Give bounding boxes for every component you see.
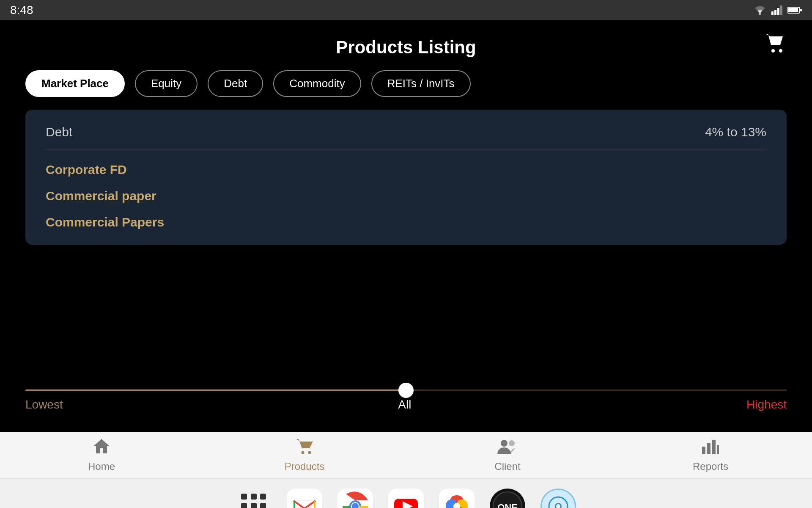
nav-client[interactable]: Client	[465, 438, 550, 472]
tab-marketplace[interactable]: Market Place	[25, 70, 125, 97]
svg-point-11	[308, 451, 311, 454]
slider-labels: Lowest All Highest	[25, 398, 787, 411]
status-icons	[754, 6, 802, 15]
gmail-icon	[292, 497, 317, 508]
one-icon: ONE	[492, 491, 523, 508]
slider-highest-label: Highest	[746, 398, 787, 411]
status-time: 8:48	[10, 3, 33, 17]
nav-products-label: Products	[285, 461, 325, 472]
nav-client-label: Client	[494, 461, 520, 472]
grid-dot	[241, 494, 247, 500]
app-grid-icon[interactable]	[236, 489, 272, 508]
app-gmail[interactable]	[287, 489, 322, 508]
svg-rect-20	[314, 501, 315, 508]
product-card: Debt 4% to 13% Corporate FD Commercial p…	[25, 110, 787, 245]
svg-rect-1	[771, 11, 774, 15]
app-dock: ONE	[0, 478, 812, 508]
product-corporate-fd[interactable]: Corporate FD	[46, 163, 766, 177]
svg-point-8	[771, 49, 775, 52]
photos-icon	[442, 491, 472, 508]
signal-icon	[771, 6, 782, 15]
svg-rect-16	[712, 440, 716, 454]
page-title-container: Products Listing	[25, 20, 787, 70]
svg-point-9	[779, 49, 782, 52]
slider-track-container[interactable]	[25, 389, 787, 391]
products-icon	[295, 438, 314, 458]
card-header: Debt 4% to 13%	[46, 125, 766, 150]
nav-products[interactable]: Products	[262, 438, 347, 472]
card-category: Debt	[46, 125, 72, 139]
slider-section: Lowest All Highest	[0, 377, 812, 432]
tab-commodity[interactable]: Commodity	[273, 70, 361, 97]
svg-text:ONE: ONE	[497, 502, 518, 508]
svg-point-12	[501, 440, 508, 447]
slider-all-label: All	[398, 398, 411, 411]
cart-icon	[765, 33, 787, 53]
svg-point-0	[759, 13, 761, 15]
svg-rect-7	[800, 9, 802, 11]
home-icon	[93, 438, 110, 458]
svg-rect-6	[788, 8, 798, 12]
chrome-icon	[340, 491, 370, 508]
app-chrome[interactable]	[337, 489, 373, 508]
product-commercial-paper[interactable]: Commercial paper	[46, 189, 766, 203]
status-bar: 8:48	[0, 0, 812, 20]
svg-rect-4	[780, 6, 782, 15]
youtube-icon	[391, 491, 421, 508]
tab-equity[interactable]: Equity	[135, 70, 198, 97]
app-youtube[interactable]	[388, 489, 424, 508]
app-one[interactable]: ONE	[490, 489, 525, 508]
svg-rect-15	[707, 443, 710, 454]
nav-home-label: Home	[88, 461, 115, 472]
slider-track	[25, 389, 787, 391]
slider-lowest-label: Lowest	[25, 398, 63, 411]
card-range: 4% to 13%	[705, 125, 766, 139]
grid-dot	[260, 503, 266, 508]
svg-point-13	[509, 440, 515, 446]
svg-point-10	[302, 451, 304, 454]
nav-reports[interactable]: Reports	[668, 438, 753, 472]
filter-tabs: Market Place Equity Debt Commodity REITs…	[25, 70, 787, 97]
bottom-nav: Home Products Client	[0, 432, 812, 478]
grid-dot	[260, 494, 266, 500]
wifi-icon	[754, 6, 766, 15]
nav-reports-label: Reports	[693, 461, 728, 472]
app-bubble-chat[interactable]	[540, 489, 576, 508]
grid-dot	[251, 494, 257, 500]
svg-rect-14	[702, 447, 705, 454]
client-icon	[497, 438, 518, 458]
svg-rect-2	[774, 10, 776, 15]
tab-reits[interactable]: REITs / InvITs	[371, 70, 471, 97]
page-title: Products Listing	[336, 37, 476, 58]
cart-icon-button[interactable]	[765, 33, 787, 58]
reports-icon	[701, 438, 720, 458]
svg-rect-19	[294, 501, 295, 508]
grid-dot	[251, 503, 257, 508]
main-content: Products Listing Market Place Equity Deb…	[0, 20, 812, 377]
product-commercial-papers[interactable]: Commercial Papers	[46, 215, 766, 229]
svg-rect-3	[777, 8, 779, 15]
svg-rect-17	[717, 445, 719, 454]
battery-icon	[787, 6, 802, 14]
app-photos[interactable]	[439, 489, 475, 508]
bubble-chat-icon	[547, 495, 569, 508]
slider-thumb[interactable]	[398, 383, 414, 398]
tab-debt[interactable]: Debt	[208, 70, 263, 97]
grid-dot	[241, 503, 247, 508]
nav-home[interactable]: Home	[59, 438, 144, 472]
